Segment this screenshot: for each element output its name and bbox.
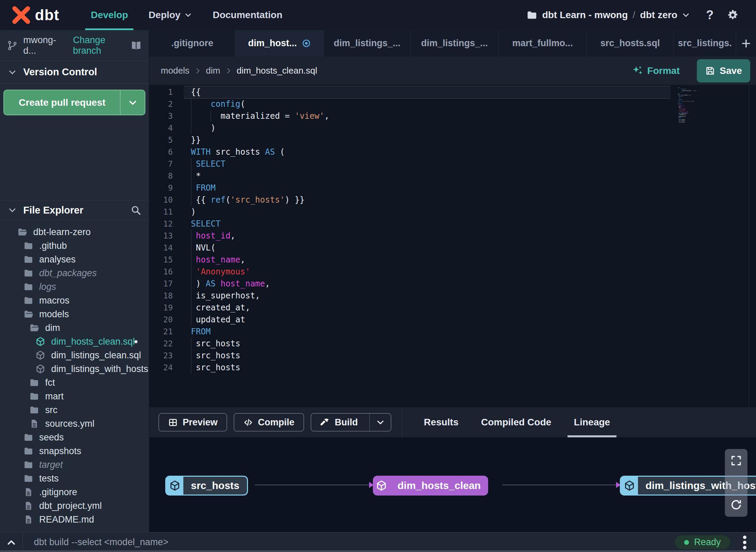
editor-tab-src-listings[interactable]: src_listings. (674, 30, 736, 56)
code-line-2[interactable]: 2 config( (149, 98, 756, 110)
search-icon[interactable] (130, 205, 141, 216)
editor-tab-src-hosts-sql[interactable]: src_hosts.sql (587, 30, 674, 56)
create-pull-request-button[interactable]: Create pull request (3, 90, 145, 115)
save-button[interactable]: Save (697, 59, 750, 82)
settings-gear-icon[interactable] (727, 9, 739, 21)
code-line-3[interactable]: 3 materialized = 'view', (149, 110, 756, 122)
code-line-13[interactable]: 13 host_id, (149, 230, 756, 242)
nav-item-documentation[interactable]: Documentation (213, 0, 283, 30)
file-tree-item-fct[interactable]: fct (0, 376, 149, 389)
editor-tab-gitignore[interactable]: .gitignore (149, 30, 235, 56)
file-tree-item-snapshots[interactable]: snapshots (0, 444, 149, 458)
file-tree-item-analyses[interactable]: analyses (0, 253, 149, 266)
code-line-15[interactable]: 15 host_name, (149, 254, 756, 266)
code-line-19[interactable]: 19 created_at, (149, 302, 756, 314)
chevron-down-icon (128, 98, 138, 108)
pr-options-chevron[interactable] (120, 90, 145, 115)
account-name[interactable]: dbt Learn - mwong (542, 10, 628, 21)
code-line-23[interactable]: 23 src_hosts (149, 350, 756, 362)
breadcrumb-item-dim[interactable]: dim (206, 65, 220, 76)
divider (402, 407, 402, 437)
file-tree-item-tests[interactable]: tests (0, 472, 149, 485)
chevron-down-icon[interactable] (681, 11, 690, 20)
editor-tab-mart-fullmo[interactable]: mart_fullmo... (499, 30, 587, 56)
tree-icon folder-icon (23, 254, 34, 265)
code-line-16[interactable]: 16 'Anonymous' (149, 266, 756, 278)
project-name[interactable]: dbt zero (640, 10, 677, 21)
editor-tab-dim-host[interactable]: dim_host... (235, 30, 324, 56)
lineage-node-src-hosts[interactable]: src_hosts (165, 476, 248, 496)
dbt-logo-icon[interactable] (12, 5, 31, 25)
file-tree-item-seeds[interactable]: seeds (0, 431, 149, 444)
file-tree-item-logs[interactable]: logs (0, 280, 149, 294)
docs-book-icon[interactable] (130, 40, 142, 51)
change-branch-link[interactable]: Change branch (73, 35, 130, 56)
code-line-5[interactable]: 5}} (149, 134, 756, 146)
file-tree-item-sources-yml[interactable]: sources.yml (0, 417, 149, 431)
panel-toggle-button[interactable] (0, 537, 23, 548)
file-tree-item-dbt-project-yml[interactable]: dbt_project.yml (0, 499, 149, 513)
code-line-4[interactable]: 4 ) (149, 122, 756, 134)
line-number: 5 (149, 134, 184, 146)
code-line-21[interactable]: 21FROM (149, 326, 756, 338)
file-tree-item-dbt-learn-zero[interactable]: dbt-learn-zero (0, 225, 149, 239)
file-tree-item-dim-listings-with-hosts[interactable]: dim_listings_with_hosts... (0, 362, 149, 376)
code-line-7[interactable]: 7 SELECT (149, 158, 756, 170)
code-line-14[interactable]: 14 NVL( (149, 242, 756, 254)
kebab-menu-icon[interactable] (740, 534, 750, 551)
file-tree-item-dbt-packages[interactable]: dbt_packages (0, 266, 149, 280)
code-line-24[interactable]: 24 src_hosts (149, 362, 756, 374)
tab-results[interactable]: Results (413, 407, 470, 437)
code-line-20[interactable]: 20 updated_at (149, 314, 756, 326)
fullscreen-icon[interactable] (730, 454, 742, 467)
compile-button[interactable]: Compile (234, 413, 304, 432)
reset-view-icon[interactable] (730, 498, 743, 511)
file-tree-item-dim-listings-clean-sql[interactable]: dim_listings_clean.sql (0, 348, 149, 362)
file-tree-item-src[interactable]: src (0, 403, 149, 417)
chevron-down-icon (184, 11, 192, 19)
lineage-edge (255, 485, 370, 485)
code-line-11[interactable]: 11) (149, 206, 756, 218)
file-tree-item-readme-md[interactable]: README.md (0, 513, 149, 526)
build-button[interactable]: Build (311, 413, 392, 432)
lineage-node-dim-hosts-clean[interactable]: dim_hosts_clean (373, 476, 488, 496)
nav-item-develop[interactable]: Develop (91, 0, 128, 30)
file-explorer-header[interactable]: File Explorer (0, 200, 149, 220)
status-dot (684, 540, 689, 545)
breadcrumb-item-models[interactable]: models (161, 65, 190, 76)
file-tree-item-gitignore[interactable]: .gitignore (0, 485, 149, 499)
code-line-12[interactable]: 12SELECT (149, 218, 756, 230)
code-line-22[interactable]: 22 src_hosts (149, 338, 756, 350)
format-button[interactable]: Format (631, 65, 680, 77)
nav-item-deploy[interactable]: Deploy (148, 0, 192, 30)
code-line-6[interactable]: 6WITH src_hosts AS ( (149, 146, 756, 158)
preview-button[interactable]: Preview (158, 413, 227, 432)
new-tab-button[interactable] (736, 30, 756, 56)
tab-lineage[interactable]: Lineage (563, 407, 622, 437)
breadcrumb-item-dim-hosts-clean-sql[interactable]: dim_hosts_clean.sql (237, 65, 317, 76)
file-tree-item-models[interactable]: models (0, 307, 149, 321)
minimap[interactable]: {{ config( materialized = 'view', )}}WIT… (678, 87, 705, 123)
file-tree-item-mart[interactable]: mart (0, 389, 149, 403)
file-tree-item-github[interactable]: .github (0, 239, 149, 253)
lineage-graph[interactable]: src_hostsdim_hosts_cleandim_listings_wit… (149, 437, 756, 532)
code-line-18[interactable]: 18 is_superhost, (149, 290, 756, 302)
file-tree-item-dim-hosts-clean-sql[interactable]: dim_hosts_clean.sql (0, 335, 149, 348)
code-editor[interactable]: 1{{2 config(3 materialized = 'view',4 )5… (149, 85, 756, 407)
code-line-8[interactable]: 8 * (149, 170, 756, 182)
file-tree-item-macros[interactable]: macros (0, 294, 149, 307)
file-tree-item-dim[interactable]: dim (0, 321, 149, 335)
code-line-17[interactable]: 17 ) AS host_name, (149, 278, 756, 290)
plus-icon (741, 38, 752, 49)
code-line-1[interactable]: 1{{ (149, 86, 756, 98)
build-options-chevron[interactable] (369, 414, 391, 431)
editor-tab-dim-listings[interactable]: dim_listings_... (410, 30, 499, 56)
code-line-10[interactable]: 10 {{ ref('src_hosts') }} (149, 194, 756, 206)
command-input[interactable]: dbt build --select <model_name> (34, 537, 168, 548)
editor-tab-dim-listings[interactable]: dim_listings_... (324, 30, 410, 56)
code-line-9[interactable]: 9 FROM (149, 182, 756, 194)
tab-compiled-code[interactable]: Compiled Code (470, 407, 562, 437)
file-tree-item-target[interactable]: target (0, 458, 149, 472)
help-button[interactable]: ? (706, 8, 714, 22)
version-control-header[interactable]: Version Control (0, 61, 149, 84)
